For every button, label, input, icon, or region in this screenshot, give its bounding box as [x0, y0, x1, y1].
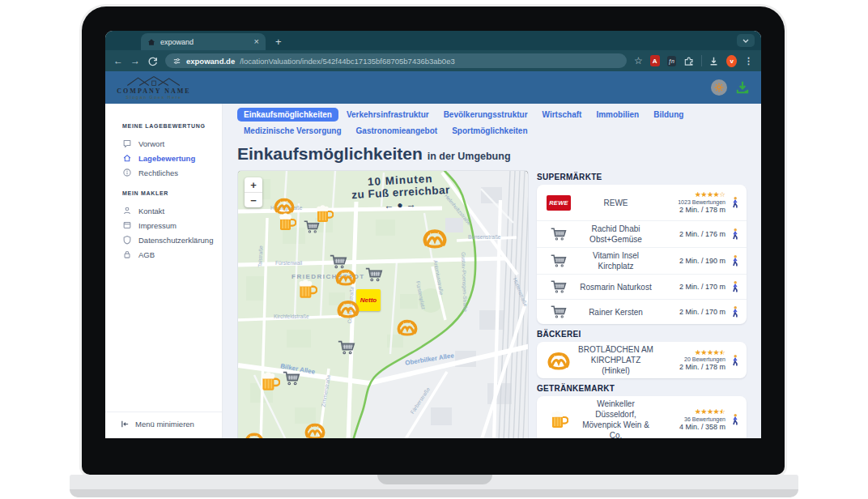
sidebar-item-agb[interactable]: AGB [105, 247, 222, 262]
extensions-puzzle-icon[interactable] [683, 56, 694, 66]
info-icon [122, 168, 132, 177]
netto-marker[interactable]: Netto [356, 289, 381, 311]
export-download-button[interactable] [735, 80, 750, 95]
sidebar-item-lagebewertung[interactable]: Lagebewertung [105, 151, 222, 165]
browser-menu-icon[interactable]: ⋮ [744, 56, 753, 66]
map-zoom-control: + − [245, 177, 262, 207]
map-annotation: 10 Minuten zu Fuß erreichbar ←●→ [339, 171, 462, 214]
fn-extension-icon[interactable]: ƒn [667, 56, 676, 66]
url-path: /locationValuation/index/542f44bc17135bf… [240, 57, 455, 66]
reload-icon[interactable] [147, 56, 158, 66]
street-label: Fürstenwall [275, 260, 302, 266]
pretzel-marker-icon[interactable] [245, 432, 264, 438]
sidebar-item-kontakt[interactable]: Kontakt [105, 203, 222, 218]
beer-marker-icon[interactable] [296, 278, 317, 304]
cart-marker-icon[interactable] [303, 218, 321, 239]
back-icon[interactable]: ← [113, 56, 123, 66]
url-host: expowand.de [186, 57, 235, 66]
tab-close-icon[interactable]: × [254, 37, 259, 46]
lock-icon [122, 250, 132, 259]
page-subtitle: in der Umgebung [428, 151, 511, 162]
tab-verkehrsinfrastruktur[interactable]: Verkehrsinfrastruktur [340, 108, 436, 122]
laptop-base-edge [70, 489, 798, 497]
download-icon [735, 80, 750, 95]
cart-marker-icon[interactable] [282, 369, 301, 391]
browser-tab[interactable]: expowand × [141, 33, 266, 50]
zoom-in-button[interactable]: + [245, 177, 262, 192]
cart-marker-icon[interactable] [364, 265, 384, 288]
tab-immobilien[interactable]: Immobilien [589, 108, 645, 122]
site-header: COMPANY NAME Slogan Goes Here [105, 71, 761, 104]
tab-wirtschaft[interactable]: Wirtschaft [536, 108, 589, 122]
pretzel-marker-icon[interactable] [397, 318, 418, 339]
walking-icon [728, 228, 740, 241]
bakery-card: BROTLÄDCHEN AM KIRCHPLATZ (Hinkel) ☆☆☆☆☆… [537, 342, 747, 378]
collapse-icon [121, 420, 130, 429]
loading-gear-button[interactable] [711, 79, 727, 96]
beer-marker-icon[interactable] [259, 370, 280, 396]
sidebar-item-rechtliches[interactable]: Rechtliches [105, 165, 222, 180]
company-logo: COMPANY NAME Slogan Goes Here [117, 75, 191, 100]
cart-icon [543, 225, 574, 243]
beer-marker-icon[interactable] [277, 211, 296, 236]
new-tab-button[interactable]: + [275, 36, 282, 48]
tab-einkaufsmoeglichkeiten[interactable]: Einkaufsmöglichkeiten [237, 108, 338, 122]
cart-marker-icon[interactable] [337, 338, 356, 360]
pretzel-marker-icon[interactable] [304, 422, 326, 438]
tab-sportmoeglichkeiten[interactable]: Sportmöglichkeiten [445, 124, 534, 138]
person-icon [122, 206, 132, 215]
tab-gastronomieangebot[interactable]: Gastronomieangebot [350, 124, 445, 138]
laptop-mockup: expowand × + ← → expowand.de /locationVa… [0, 0, 868, 499]
sidebar-item-impressum[interactable]: Impressum [105, 218, 222, 232]
list-item[interactable]: Rainer Kersten 2 Min. / 170 m [537, 300, 747, 324]
browser-window: expowand × + ← → expowand.de /locationVa… [105, 31, 761, 438]
sidebar-section-title: MEIN MAKLER [122, 190, 222, 196]
sidebar-item-datenschutz[interactable]: Datenschutzerklärung [105, 232, 222, 247]
walking-icon [728, 254, 740, 267]
tab-favicon-house-icon [147, 38, 155, 46]
list-item[interactable]: Rachid Dhabi Obst+Gemüse 2 Min. / 176 m [537, 221, 747, 248]
sidebar-minimize-button[interactable]: Menü minimieren [105, 412, 222, 438]
drinks-card: Weinkeller Düsseldorf, Mövenpick Wein & … [537, 396, 747, 438]
downloads-icon[interactable] [708, 56, 719, 66]
section-title-baeckerei: BÄCKEREI [537, 330, 747, 339]
bookmark-star-icon[interactable]: ☆ [634, 55, 643, 66]
company-name: COMPANY NAME [117, 87, 190, 95]
list-item[interactable]: Vitamin Insel Kirchplatz 2 Min. / 190 m [537, 248, 747, 275]
zoom-out-button[interactable]: − [245, 193, 262, 207]
window-icon [122, 220, 132, 230]
gear-icon [714, 83, 724, 92]
listings-panel: SUPERMÄRKTE REWE REWE ☆☆☆☆☆★★★★★ 1023 Be… [537, 170, 747, 438]
rewe-logo: REWE [547, 195, 571, 211]
category-tabs: Einkaufsmöglichkeiten Verkehrsinfrastruk… [237, 108, 708, 138]
sidebar-section-title: MEINE LAGEBEWERTUNG [122, 123, 222, 129]
rating-stars-icon: ☆☆☆☆☆★★★★★ [695, 349, 725, 356]
chevron-down-icon [742, 39, 749, 43]
profile-avatar[interactable]: v [726, 55, 737, 67]
walking-icon [728, 280, 740, 293]
tab-title: expowand [160, 38, 249, 46]
sidebar-item-vorwort[interactable]: Vorwort [105, 136, 222, 151]
cart-icon [543, 303, 574, 321]
list-item[interactable]: BROTLÄDCHEN AM KIRCHPLATZ (Hinkel) ☆☆☆☆☆… [537, 342, 747, 378]
list-item[interactable]: Rosmarin Naturkost 2 Min. / 170 m [537, 275, 747, 300]
url-bar[interactable]: expowand.de /locationValuation/index/542… [165, 53, 627, 68]
list-item[interactable]: Weinkeller Düsseldorf, Mövenpick Wein & … [537, 396, 747, 438]
forward-icon[interactable]: → [130, 56, 140, 66]
shield-icon [122, 235, 132, 245]
walking-icon [728, 413, 740, 426]
tab-search-chevron-button[interactable] [737, 34, 755, 47]
map[interactable]: Herzogstraße Fürstenwall Talstraße Kirch… [237, 170, 529, 438]
adobe-extension-icon[interactable]: A [650, 55, 660, 66]
street-label: Bunsenstraße [468, 234, 500, 240]
pretzel-icon [543, 351, 574, 370]
cart-icon [543, 252, 574, 270]
pretzel-marker-icon[interactable] [335, 268, 356, 289]
pretzel-marker-icon[interactable] [337, 299, 360, 322]
tab-medizinische-versorgung[interactable]: Medizinische Versorgung [237, 124, 348, 138]
pretzel-marker-icon[interactable] [423, 228, 447, 252]
list-item[interactable]: REWE REWE ☆☆☆☆☆★★★★★ 1023 Bewertungen 2 … [537, 185, 747, 221]
site-settings-icon[interactable] [172, 57, 181, 66]
tab-bevoelkerungsstruktur[interactable]: Bevölkerungsstruktur [437, 108, 534, 122]
tab-bildung[interactable]: Bildung [647, 108, 690, 122]
